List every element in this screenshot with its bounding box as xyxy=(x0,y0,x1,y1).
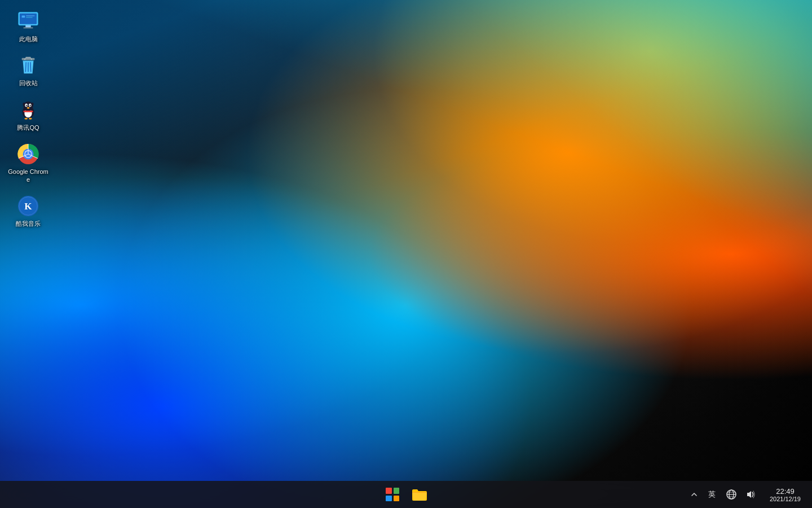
windows-logo-icon xyxy=(386,488,399,501)
svg-point-23 xyxy=(24,117,28,119)
speaker-icon xyxy=(745,489,756,500)
desktop-icon-computer[interactable]: 此电脑 xyxy=(6,6,51,47)
computer-icon-label: 此电脑 xyxy=(19,35,38,43)
clock-time: 22:49 xyxy=(776,487,795,496)
taskbar: 英 xyxy=(0,481,812,508)
svg-rect-3 xyxy=(23,27,33,28)
desktop-icon-recycle[interactable]: 回收站 xyxy=(6,50,51,91)
svg-rect-5 xyxy=(26,16,34,16)
svg-point-14 xyxy=(23,101,33,111)
svg-rect-6 xyxy=(26,17,32,17)
clock-date: 2021/12/19 xyxy=(770,496,801,502)
chrome-icon xyxy=(17,143,39,165)
chevron-up-icon xyxy=(691,492,697,497)
svg-rect-4 xyxy=(22,16,25,18)
qq-icon xyxy=(17,99,39,121)
svg-rect-8 xyxy=(25,57,30,59)
svg-rect-2 xyxy=(25,25,31,28)
svg-line-11 xyxy=(30,63,31,72)
desktop-icon-qq[interactable]: 腾讯QQ xyxy=(6,94,51,136)
recycle-bin-icon xyxy=(17,54,39,77)
start-button[interactable] xyxy=(380,482,405,507)
network-icon-button[interactable] xyxy=(722,485,740,503)
svg-point-18 xyxy=(29,104,31,106)
win-logo-orange xyxy=(394,496,400,502)
taskbar-center-items xyxy=(380,482,432,507)
file-explorer-button[interactable] xyxy=(407,482,432,507)
tray-icons: 英 xyxy=(701,485,762,503)
svg-point-17 xyxy=(26,104,28,106)
svg-rect-1 xyxy=(20,14,37,24)
svg-point-21 xyxy=(27,107,30,108)
kuwo-icon: K xyxy=(17,195,39,217)
kuwo-icon-label: 酷我音乐 xyxy=(16,220,41,227)
svg-rect-37 xyxy=(412,492,427,493)
ime-label: 英 xyxy=(706,489,718,500)
svg-point-24 xyxy=(29,117,32,119)
qq-icon-label: 腾讯QQ xyxy=(17,124,39,132)
svg-line-9 xyxy=(25,63,26,72)
volume-icon-button[interactable] xyxy=(742,485,760,503)
wallpaper xyxy=(0,0,812,508)
desktop-icon-kuwo[interactable]: K 酷我音乐 xyxy=(6,190,51,232)
computer-icon xyxy=(17,10,39,33)
svg-rect-22 xyxy=(23,111,33,112)
win-logo-blue xyxy=(386,496,392,502)
svg-point-26 xyxy=(32,102,34,106)
svg-point-19 xyxy=(27,104,27,105)
svg-text:K: K xyxy=(24,201,32,212)
ime-indicator[interactable]: 英 xyxy=(703,485,721,503)
svg-point-25 xyxy=(23,102,25,106)
svg-point-20 xyxy=(30,104,31,105)
win-logo-green xyxy=(394,488,400,494)
chrome-icon-label: Google Chrome xyxy=(8,168,48,184)
win-logo-red xyxy=(386,488,392,494)
taskbar-tray: 英 xyxy=(689,481,812,508)
network-icon xyxy=(726,489,736,500)
desktop-icons-area: 此电脑 回收站 xyxy=(0,0,56,508)
clock-area[interactable]: 22:49 2021/12/19 xyxy=(763,481,807,508)
recycle-icon-label: 回收站 xyxy=(19,79,38,87)
desktop-icon-chrome[interactable]: Google Chrome xyxy=(6,138,51,189)
tray-chevron-button[interactable] xyxy=(689,484,700,505)
file-explorer-icon xyxy=(412,488,427,501)
